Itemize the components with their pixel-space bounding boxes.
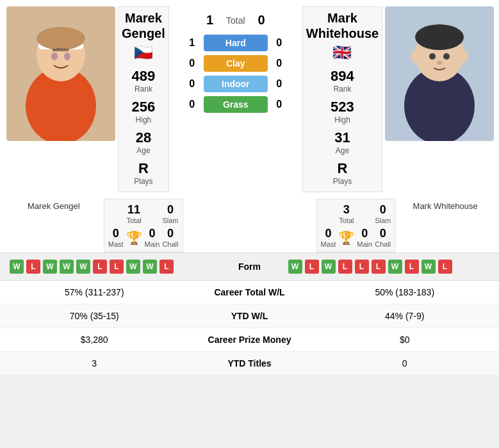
p1-mast-lbl: Mast (108, 240, 124, 248)
player1-name: Marek Gengel (122, 10, 165, 41)
stats-row: 70% (35-15) YTD W/L 44% (7-9) (0, 304, 499, 328)
p1-slam-val: 0 (162, 203, 178, 217)
p2-slam-cell: 0 Slam (373, 202, 392, 226)
player1-info: Marek Gengel 🇨🇿 489 Rank 256 High 28 Age… (118, 6, 169, 192)
vs-indoor-row: 0 Indoor 0 (172, 76, 300, 92)
vs-grass-row: 0 Grass 0 (172, 96, 300, 113)
vs-grass-right: 0 (273, 99, 286, 110)
form-badge-p1: L (160, 260, 174, 274)
player1-age-block: 28 Age (136, 129, 151, 155)
player1-age-label: Age (136, 146, 151, 155)
stats-label-1: YTD W/L (179, 311, 320, 321)
player2-high-block: 523 High (331, 99, 354, 124)
player1-stats-grid: 11 Total 0 Slam 0 Mast 🏆 0 Main (104, 199, 183, 253)
stats-left-1: 70% (35-15) (10, 311, 179, 321)
p1-chall-minor-cell: 0 Chall (161, 226, 179, 249)
stats-right-3: 0 (320, 358, 490, 369)
stats-right-2: $0 (320, 335, 490, 345)
p1-main-val: 0 (145, 227, 160, 240)
p2-chall-lbl: Chall (375, 240, 391, 248)
stats-left-3: 3 (10, 358, 179, 369)
form-label: Form (211, 261, 288, 272)
form-badge-p1: W (10, 260, 24, 274)
form-badge-p1: W (76, 260, 90, 274)
svg-point-15 (443, 53, 450, 60)
form-badge-p1: L (26, 260, 40, 274)
form-badge-p1: W (60, 260, 74, 274)
form-badge-p2: L (405, 260, 419, 274)
p1-chall-val: 0 (167, 227, 174, 240)
svg-point-14 (429, 53, 436, 60)
vs-total-label: Total (226, 15, 245, 26)
player2-plays-value: R (333, 160, 352, 177)
svg-text:adidas: adidas (53, 47, 69, 53)
player1-rank-label: Rank (132, 85, 156, 94)
clay-badge: Clay (204, 55, 268, 72)
p1-total-val: 11 (108, 203, 160, 217)
form-badge-p1: W (43, 260, 57, 274)
hard-badge: Hard (204, 35, 268, 51)
stats-row: 57% (311-237) Career Total W/L 50% (183-… (0, 281, 499, 304)
form-badge-p1: W (143, 260, 157, 274)
form-badge-p2: L (338, 260, 352, 274)
player1-photo: adidas (6, 6, 115, 141)
stats-right-1: 44% (7-9) (320, 311, 490, 321)
middle-spacer (186, 199, 314, 253)
vs-section: 1 Total 0 1 Hard 0 0 Clay 0 0 Indoor 0 (172, 6, 300, 192)
svg-point-11 (415, 24, 464, 50)
form-badge-p1: L (93, 260, 107, 274)
player2-info: Mark Whitehouse 🇬🇧 894 Rank 523 High 31 … (302, 6, 382, 192)
p2-main-lbl: Main (357, 240, 372, 248)
p1-mast-val: 0 (108, 227, 124, 240)
vs-clay-right: 0 (273, 58, 286, 69)
vs-total-left: 1 (206, 13, 213, 28)
player2-name: Mark Whitehouse (306, 10, 379, 41)
main-container: adidas Marek Gengel 🇨🇿 489 Rank 256 High… (0, 0, 499, 376)
vs-hard-left: 1 (186, 37, 199, 49)
form-badge-p2: L (305, 260, 319, 274)
player1-plays-value: R (134, 160, 152, 177)
p2-total-lbl: Total (321, 217, 373, 224)
form-badge-p2: W (388, 260, 402, 274)
stats-label-2: Career Prize Money (179, 335, 320, 345)
vs-hard-row: 1 Hard 0 (172, 35, 300, 51)
player1-age-value: 28 (136, 129, 151, 146)
player2-photo (385, 6, 494, 141)
player1-name-below: Marek Gengel (6, 199, 101, 253)
form-badge-p2: W (421, 260, 436, 274)
form-badge-p2: W (322, 260, 336, 274)
stats-row: $3,280 Career Prize Money $0 (0, 328, 499, 352)
p1-trophy-icon: 🏆 (126, 230, 142, 245)
p1-total-lbl: Total (108, 217, 160, 224)
stats-left-2: $3,280 (10, 335, 179, 345)
vs-total-row: 1 Total 0 (172, 13, 300, 28)
player2-rank-block: 894 Rank (331, 68, 354, 94)
p2-chall-minor-cell: 0 Chall (373, 226, 392, 249)
player1-rank-block: 489 Rank (132, 68, 156, 94)
stats-row: 3 YTD Titles 0 (0, 352, 499, 376)
player1-high-value: 256 (132, 99, 156, 115)
form-badge-p1: L (110, 260, 124, 274)
player2-high-label: High (331, 115, 354, 124)
form-right: WLWLLLWLWL (288, 260, 490, 274)
vs-hard-right: 0 (273, 37, 286, 49)
vs-indoor-left: 0 (186, 78, 199, 90)
player2-plays-block: R Plays (333, 160, 352, 186)
form-section: WLWWWLLWWL Form WLWLLLWLWL (0, 253, 499, 280)
player2-age-value: 31 (334, 129, 350, 146)
form-badge-p1: W (126, 260, 140, 274)
form-badge-p2: L (372, 260, 386, 274)
player1-plays-label: Plays (134, 177, 152, 186)
stats-label-3: YTD Titles (179, 358, 320, 369)
player2-flag: 🇬🇧 (332, 44, 352, 62)
p2-trophy-icon: 🏆 (338, 230, 354, 245)
player2-name-below: Mark Whitehouse (398, 199, 493, 253)
p1-chall-lbl: Chall (162, 240, 178, 248)
indoor-badge: Indoor (204, 76, 268, 92)
p2-mast-lbl: Mast (321, 240, 336, 248)
players-section: adidas Marek Gengel 🇨🇿 489 Rank 256 High… (0, 0, 499, 199)
player2-age-block: 31 Age (334, 129, 350, 155)
p1-slam-lbl: Slam (162, 217, 178, 224)
p2-total-val: 3 (321, 203, 373, 217)
svg-point-13 (458, 50, 468, 63)
